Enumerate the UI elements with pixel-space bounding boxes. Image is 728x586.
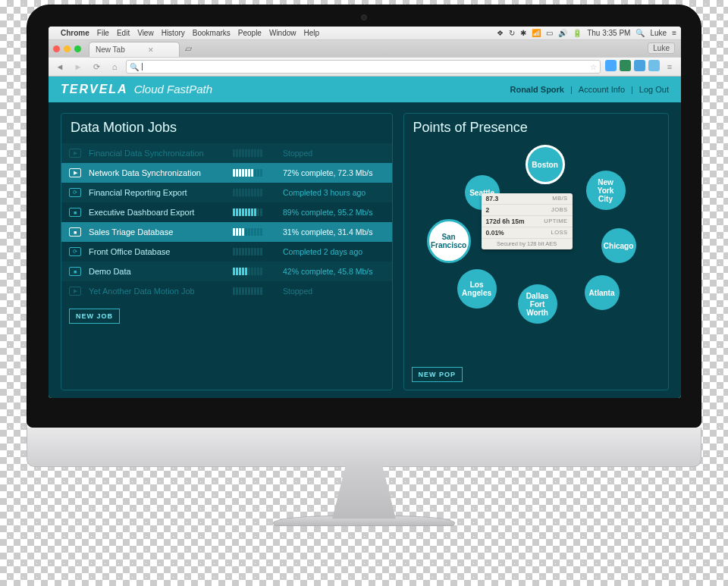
forward-button[interactable]: ► [71,60,85,74]
menu-bookmarks[interactable]: Bookmarks [193,29,231,37]
tooltip-value: 2 [486,206,490,214]
job-row[interactable]: ▶Financial Data SynchronizationStopped [61,143,392,163]
progress-bars [233,149,275,157]
stop-icon: ■ [69,227,81,237]
notifications-icon[interactable]: ≡ [672,29,676,37]
mac-menu-bar: Chrome File Edit View History Bookmarks … [49,27,681,40]
pop-node[interactable]: Chicago [601,228,636,263]
reload-button[interactable]: ⟳ [89,60,103,74]
chrome-toolbar: ◄ ► ⟳ ⌂ 🔍 ☆ ≡ [49,57,681,77]
pop-map: BostonSeattleNewYorkCitySanFranciscoChic… [404,143,668,359]
brand-product: Cloud FastPath [134,83,212,96]
job-row[interactable]: ■Executive Dashboard Export89% complete,… [61,202,392,222]
sync-icon: ⟳ [69,247,81,256]
job-name: Sales Triage Database [89,227,225,237]
menu-edit[interactable]: Edit [117,29,130,37]
progress-bars [233,248,275,255]
spotlight-icon[interactable]: 🔍 [635,29,645,37]
volume-icon[interactable]: 🔊 [558,29,567,37]
menu-file[interactable]: File [97,29,109,37]
wifi-icon[interactable]: 📶 [532,29,541,37]
display-icon[interactable]: ▭ [546,29,553,37]
pop-node[interactable]: NewYorkCity [586,171,626,210]
tooltip-footer: Secured by 128 bit AES [482,239,573,249]
job-name: Demo Data [89,267,225,276]
progress-bars [233,169,275,177]
sep: | [631,85,633,94]
job-status: 89% complete, 95.2 Mb/s [283,208,384,217]
app-header: TERVELA Cloud FastPath Ronald Spork | Ac… [49,77,681,102]
account-info-link[interactable]: Account Info [579,85,625,94]
header-right: Ronald Spork | Account Info | Log Out [510,85,669,94]
ext-icon-3[interactable] [634,60,645,71]
menu-user[interactable]: Luke [650,29,667,37]
minimize-window-button[interactable] [64,45,71,52]
pops-panel: Points of Presence BostonSeattleNewYorkC… [403,113,669,390]
content: Data Motion Jobs ▶Financial Data Synchro… [49,102,681,398]
job-status: Stopped [283,149,384,158]
extension-icons: ≡ [605,60,676,74]
search-icon: 🔍 [130,63,139,71]
jobs-panel: Data Motion Jobs ▶Financial Data Synchro… [61,113,393,390]
ext-icon-2[interactable] [620,60,631,71]
menu-app-name[interactable]: Chrome [61,29,89,37]
zoom-window-button[interactable] [74,45,81,52]
battery-icon[interactable]: 🔋 [573,29,582,37]
menu-history[interactable]: History [162,29,185,37]
new-tab-button[interactable]: ▱ [181,43,195,54]
pops-panel-title: Points of Presence [404,114,668,143]
menu-view[interactable]: View [137,29,154,37]
job-name: Executive Dashboard Export [89,208,225,217]
job-name: Network Data Synchronization [89,168,225,177]
sync-icon[interactable]: ↻ [509,29,515,37]
job-status: Stopped [283,287,384,296]
jobs-list: ▶Financial Data SynchronizationStopped▶N… [61,143,392,301]
ext-icon-4[interactable] [648,60,660,71]
clock[interactable]: Thu 3:35 PM [587,29,630,37]
jobs-panel-title: Data Motion Jobs [61,114,392,143]
pop-node[interactable]: DallasFortWorth [518,284,557,324]
logout-link[interactable]: Log Out [639,85,669,94]
close-tab-icon[interactable]: ✕ [148,46,154,54]
pop-tooltip: 87.3MB/S2JOBS172d 6h 15mUPTIME0.01%LOSSS… [482,193,573,249]
play-icon: ▶ [69,149,81,158]
play-icon: ▶ [69,287,81,296]
job-row[interactable]: ▶Network Data Synchronization72% complet… [61,163,392,183]
chrome-menu-button[interactable]: ≡ [663,60,676,74]
pop-node[interactable]: LosAngeles [457,269,497,309]
menu-window[interactable]: Window [269,29,297,37]
pop-node[interactable]: SanFrancisco [427,219,471,263]
new-pop-button[interactable]: NEW POP [412,367,463,382]
pop-node[interactable]: Atlanta [585,275,620,310]
menu-people[interactable]: People [238,29,262,37]
pop-node[interactable]: Boston [526,145,565,184]
job-row[interactable]: ▶Yet Another Data Motion JobStopped [61,281,392,301]
browser-tab[interactable]: New Tab ✕ [89,42,180,57]
imac-stand-neck [322,465,406,519]
progress-bars [233,189,275,196]
job-row[interactable]: ■Sales Triage Database31% complete, 31.4… [61,222,392,242]
job-row[interactable]: ⟳Front Office DatabaseCompleted 2 days a… [61,242,392,262]
progress-bars [233,228,275,236]
window-controls [53,45,81,52]
tooltip-label: UPTIME [544,218,567,225]
url-text [142,63,143,71]
chrome-profile-badge[interactable]: Luke [648,42,675,54]
address-bar[interactable]: 🔍 ☆ [126,60,601,74]
back-button[interactable]: ◄ [53,60,67,74]
job-status: 31% complete, 31.4 Mb/s [283,227,384,237]
stop-icon: ■ [69,267,81,276]
bookmark-star-icon[interactable]: ☆ [590,63,597,71]
new-job-button[interactable]: NEW JOB [69,309,120,324]
job-row[interactable]: ■Demo Data42% complete, 45.8 Mb/s [61,262,392,281]
job-row[interactable]: ⟳Financial Reporting ExportCompleted 3 h… [61,183,392,202]
home-button[interactable]: ⌂ [108,60,121,74]
close-window-button[interactable] [53,45,60,52]
bluetooth-icon[interactable]: ✱ [520,29,526,37]
tab-title: New Tab [96,45,125,54]
ext-icon-1[interactable] [605,60,617,71]
menu-help[interactable]: Help [304,29,320,37]
sep: | [570,85,573,94]
progress-bars [233,268,275,275]
dropbox-icon[interactable]: ❖ [497,29,504,37]
